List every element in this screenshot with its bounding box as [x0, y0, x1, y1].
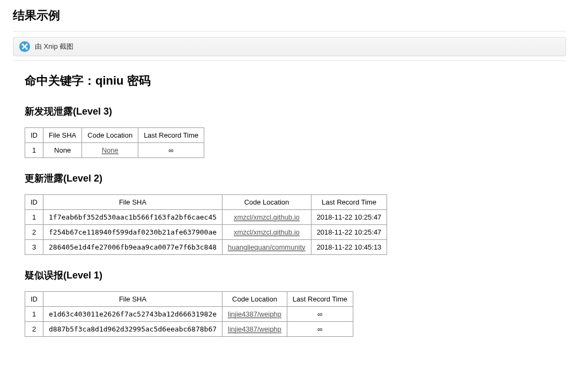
table-header-row: ID File SHA Code Location Last Record Ti… [25, 195, 387, 210]
col-id: ID [25, 195, 43, 210]
cell-loc: xmzcl/xmzcl.github.io [222, 225, 311, 240]
col-sha: File SHA [43, 128, 82, 143]
col-loc: Code Location [222, 292, 287, 307]
cell-sha: 1f7eab6bf352d530aac1b566f163fa2bf6caec45 [43, 210, 222, 225]
table-row: 1 1f7eab6bf352d530aac1b566f163fa2bf6caec… [25, 210, 387, 225]
cell-id: 1 [25, 143, 43, 158]
cell-sha: e1d63c403011e2626f7ac52743ba12d66631982e [43, 307, 222, 322]
svg-point-1 [21, 43, 24, 46]
code-location-link[interactable]: None [102, 146, 118, 155]
cell-loc: linjie4387/weiphp [222, 307, 287, 322]
col-id: ID [25, 292, 43, 307]
cell-id: 1 [25, 210, 43, 225]
cell-time: 2018-11-22 10:25:47 [311, 225, 387, 240]
table-row: 1 e1d63c403011e2626f7ac52743ba12d6663198… [25, 307, 353, 322]
cell-sha: None [43, 143, 82, 158]
table-level2: ID File SHA Code Location Last Record Ti… [25, 194, 387, 255]
keyword-title: 命中关键字：qiniu 密码 [25, 73, 554, 89]
col-time: Last Record Time [138, 128, 204, 143]
report-content: 命中关键字：qiniu 密码 新发现泄露(Level 3) ID File SH… [13, 61, 566, 352]
col-loc: Code Location [82, 128, 138, 143]
page-title: 结果示例 [13, 7, 566, 24]
cell-loc: linjie4387/weiphp [222, 322, 287, 337]
table-row: 1 None None ∞ [25, 143, 204, 158]
table-header-row: ID File SHA Code Location Last Record Ti… [25, 292, 353, 307]
code-location-link[interactable]: linjie4387/weiphp [228, 310, 281, 319]
section-title-level2: 更新泄露(Level 2) [25, 172, 554, 185]
xnip-banner: 由 Xnip 截图 [13, 37, 566, 56]
col-sha: File SHA [43, 195, 222, 210]
col-time: Last Record Time [287, 292, 353, 307]
cell-time: 2018-11-22 10:45:13 [311, 240, 387, 255]
code-location-link[interactable]: xmzcl/xmzcl.github.io [234, 213, 300, 222]
code-location-link[interactable]: linjie4387/weiphp [228, 325, 281, 334]
cell-id: 1 [25, 307, 43, 322]
cell-time: ∞ [287, 307, 353, 322]
cell-id: 3 [25, 240, 43, 255]
xnip-logo-icon [19, 41, 31, 52]
divider [13, 31, 566, 32]
col-sha: File SHA [43, 292, 222, 307]
cell-id: 2 [25, 322, 43, 337]
cell-loc: None [82, 143, 138, 158]
code-location-link[interactable]: huangliequan/community [228, 243, 306, 252]
col-id: ID [25, 128, 43, 143]
table-row: 3 286405e1d4fe27006fb9eaa9ca0077e7f6b3c8… [25, 240, 387, 255]
table-header-row: ID File SHA Code Location Last Record Ti… [25, 128, 204, 143]
svg-point-3 [26, 48, 28, 50]
table-level1: ID File SHA Code Location Last Record Ti… [25, 291, 353, 337]
cell-sha: f254b67ce118940f599daf0230b21afe637900ae [43, 225, 222, 240]
cell-loc: xmzcl/xmzcl.github.io [222, 210, 311, 225]
section-title-level3: 新发现泄露(Level 3) [25, 105, 554, 118]
svg-point-2 [26, 43, 28, 46]
col-loc: Code Location [222, 195, 311, 210]
cell-id: 2 [25, 225, 43, 240]
table-level3: ID File SHA Code Location Last Record Ti… [25, 127, 204, 158]
table-row: 2 f254b67ce118940f599daf0230b21afe637900… [25, 225, 387, 240]
cell-time: ∞ [138, 143, 204, 158]
cell-loc: huangliequan/community [222, 240, 311, 255]
xnip-banner-text: 由 Xnip 截图 [35, 42, 73, 51]
cell-sha: d887b5f3ca8d1d962d32995ac5d6eeabc6878b67 [43, 322, 222, 337]
col-time: Last Record Time [311, 195, 387, 210]
cell-time: ∞ [287, 322, 353, 337]
cell-time: 2018-11-22 10:25:47 [311, 210, 387, 225]
cell-sha: 286405e1d4fe27006fb9eaa9ca0077e7f6b3c848 [43, 240, 222, 255]
section-title-level1: 疑似误报(Level 1) [25, 269, 554, 282]
code-location-link[interactable]: xmzcl/xmzcl.github.io [234, 228, 300, 237]
table-row: 2 d887b5f3ca8d1d962d32995ac5d6eeabc6878b… [25, 322, 353, 337]
